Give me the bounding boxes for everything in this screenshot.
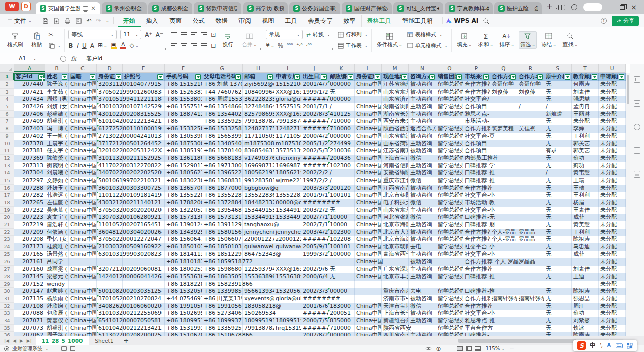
cell[interactable]: 天津市宝坻 xyxy=(382,303,409,310)
cell[interactable]: China中国 xyxy=(69,103,97,111)
cell[interactable]: +86 15290175 xyxy=(165,162,202,170)
cell[interactable]: 200051 xyxy=(328,310,355,317)
cell[interactable]: 亮哥留学 xyxy=(517,81,544,89)
find-button[interactable]: 查找⌄ xyxy=(561,31,579,49)
cell[interactable] xyxy=(490,118,517,125)
cell[interactable]: XXX@163.c xyxy=(274,266,301,273)
cell[interactable]: 320311200104077915 xyxy=(97,81,123,89)
cell[interactable]: 未分配 xyxy=(599,236,626,243)
cell[interactable]: 济南市市中 xyxy=(382,295,409,303)
cell[interactable]: 返点合作方 xyxy=(409,125,436,133)
cell[interactable]: China中国 xyxy=(69,229,97,236)
cell[interactable]: 无 xyxy=(328,273,355,281)
cell[interactable]: 合作方推荐 xyxy=(463,266,490,273)
cell[interactable]: 274499 xyxy=(328,140,355,148)
file-tab[interactable]: S医护五险一金.xlsx xyxy=(494,2,542,14)
cell[interactable]: z20001227( xyxy=(274,236,301,243)
cell[interactable]: 799138782@ xyxy=(243,325,274,332)
cell[interactable]: 新疆维吾尔 xyxy=(382,317,409,325)
cell[interactable]: 207304 xyxy=(14,169,45,177)
cell[interactable]: 留学总经办 xyxy=(436,236,463,243)
upload-icon[interactable]: ↑ xyxy=(601,18,607,24)
filter-dropdown-button[interactable] xyxy=(537,74,543,80)
freeze-button[interactable]: 冻结⌄ xyxy=(540,31,558,49)
cell[interactable]: 陕西省西安 xyxy=(382,125,409,133)
column-letter[interactable]: O xyxy=(436,64,463,73)
cell[interactable]: +86 1370140948 xyxy=(202,147,243,155)
cell[interactable]: 未分配 xyxy=(599,258,626,266)
row-number[interactable]: 17 xyxy=(0,192,14,199)
cell[interactable]: 口碑推荐-朋 xyxy=(463,221,490,229)
cell[interactable]: 210303200509160922 xyxy=(97,243,123,251)
cell[interactable]: 未分配 xyxy=(599,295,626,303)
cell[interactable]: 被动咨询 xyxy=(409,236,436,243)
row-number[interactable]: 30 xyxy=(0,288,14,295)
cell[interactable]: 未分配 xyxy=(599,140,626,148)
cell[interactable]: 北京市大兴 xyxy=(382,229,409,236)
split-window-icon[interactable] xyxy=(558,5,565,10)
cell[interactable]: 郭美艺 xyxy=(572,147,599,155)
cell[interactable]: 王素佳 xyxy=(572,207,599,214)
cell[interactable]: 1997/2/21 xyxy=(301,177,328,185)
cell[interactable]: 成雨雯 (女 xyxy=(45,266,69,273)
cell[interactable] xyxy=(517,199,544,207)
cell[interactable]: China中国 xyxy=(69,89,97,96)
cell[interactable]: 留学总经办 xyxy=(436,185,463,192)
cell[interactable]: +86 13901242 xyxy=(165,221,202,229)
cell[interactable]: 黄嘉仪 (女 xyxy=(45,317,69,325)
filter-dropdown-button[interactable] xyxy=(294,74,300,80)
cell[interactable]: 无 xyxy=(544,273,572,281)
cell[interactable]: ######## xyxy=(301,295,328,303)
cell[interactable]: 2002/3/3 xyxy=(301,288,328,295)
cell[interactable] xyxy=(517,221,544,229)
merge-button[interactable]: 合并⌄ xyxy=(240,31,258,49)
cell[interactable]: China中国 xyxy=(355,118,382,125)
bold-button[interactable]: B xyxy=(68,42,73,49)
cell[interactable]: 124827175 xyxy=(274,125,301,133)
format-painter-button[interactable]: 格式刷 xyxy=(6,31,25,49)
cell[interactable] xyxy=(517,169,544,177)
cell[interactable] xyxy=(123,281,165,288)
menu-item[interactable]: 会员专享 xyxy=(303,15,338,27)
cell[interactable]: China中国 xyxy=(355,243,382,251)
file-tab[interactable]: S常州公积金 .xlsx xyxy=(102,2,147,14)
column-letter[interactable]: E xyxy=(123,64,165,73)
cell[interactable] xyxy=(517,147,544,155)
cell[interactable]: 124827175@ xyxy=(243,125,274,133)
cell[interactable]: +86 15575158 xyxy=(165,103,202,111)
cell[interactable] xyxy=(274,310,301,317)
cell[interactable]: China中国 xyxy=(355,147,382,155)
cell[interactable]: 102300 xyxy=(328,162,355,170)
cell[interactable]: 衡琬明 (女 xyxy=(45,162,69,170)
cell[interactable]: 留学总经办 xyxy=(436,89,463,96)
cell[interactable]: 合作方推荐 xyxy=(463,236,490,243)
cell[interactable]: 留学总经办 xyxy=(436,221,463,229)
cell[interactable] xyxy=(572,281,599,288)
cell[interactable] xyxy=(409,325,436,332)
cell[interactable]: +86 1396522100 xyxy=(202,169,243,177)
cell[interactable]: 罗晶晶 xyxy=(517,229,544,236)
redo-icon[interactable]: ↷ xyxy=(96,17,101,24)
cell[interactable]: 207208 xyxy=(14,236,45,243)
menu-item[interactable]: 表格工具 xyxy=(361,15,397,27)
cell[interactable]: 110112200109181419 xyxy=(97,192,123,199)
cell[interactable]: / xyxy=(328,103,355,111)
convert-button[interactable]: ⇄转换⌄ xyxy=(306,30,330,39)
cell[interactable]: 未分配 xyxy=(599,169,626,177)
cell[interactable]: 2002/7/16 xyxy=(301,221,328,229)
cell[interactable]: +86 18141137 xyxy=(165,251,202,258)
cell[interactable]: 上海市长宁 xyxy=(382,310,409,317)
cell[interactable]: / xyxy=(544,169,572,177)
cell[interactable]: China中国 xyxy=(69,133,97,140)
menu-item[interactable]: 数据 xyxy=(210,15,233,27)
cell[interactable]: 2002/9/6 xyxy=(301,266,328,273)
cell[interactable]: 未分配 xyxy=(599,111,626,118)
cell[interactable]: 留学总经办 xyxy=(436,125,463,133)
cell[interactable]: 陈子逸 (男 xyxy=(45,81,69,89)
sogou-logo[interactable]: S xyxy=(577,341,586,350)
share-button[interactable]: 分享 xyxy=(612,16,639,26)
cell[interactable]: 陈祖涛 xyxy=(572,236,599,243)
cell[interactable]: 430321200211140121 xyxy=(97,199,123,207)
header-cell[interactable]: 邮政编码 xyxy=(328,73,355,81)
cell[interactable]: 207160 xyxy=(14,266,45,273)
